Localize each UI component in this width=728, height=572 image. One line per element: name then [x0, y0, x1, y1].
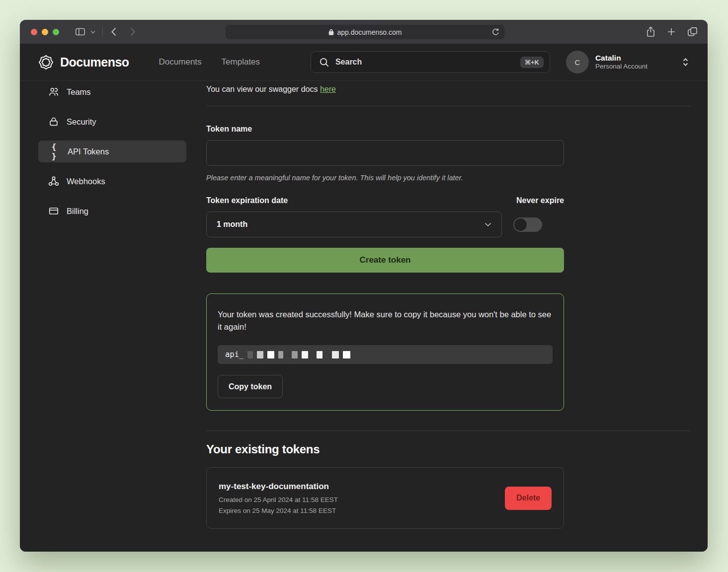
chevron-up-down-icon: [682, 58, 689, 67]
token-name-hint: Please enter a meaningful name for your …: [206, 174, 564, 182]
expiration-select[interactable]: 1 month: [206, 212, 502, 237]
credit-card-icon: [48, 206, 59, 216]
sidebar-item-security[interactable]: Security: [38, 111, 186, 133]
browser-titlebar: app.documenso.com: [20, 20, 708, 44]
braces-icon: { }: [48, 142, 60, 161]
token-name-label: Token name: [206, 125, 564, 134]
new-tab-icon[interactable]: [667, 27, 676, 36]
settings-sidebar: Teams Security { } API Tokens Webhoo: [38, 81, 186, 552]
close-window-button[interactable]: [31, 29, 37, 35]
swagger-docs-text: You can view our swagger docs here: [206, 84, 690, 95]
account-name: Catalin: [595, 53, 647, 63]
nav-documents[interactable]: Documents: [159, 57, 202, 67]
sidebar-item-label: Billing: [67, 207, 88, 216]
documenso-logo-icon: [38, 55, 54, 70]
users-icon: [48, 86, 59, 97]
toolbar-divider: [102, 28, 103, 36]
traffic-lights: [31, 29, 59, 35]
swagger-docs-link[interactable]: here: [320, 85, 336, 93]
forward-button[interactable]: [129, 26, 137, 37]
sidebar-item-billing[interactable]: Billing: [38, 200, 186, 222]
token-prefix: api_: [225, 350, 243, 359]
token-created-date: Created on 25 April 2024 at 11:58 EEST: [219, 496, 338, 503]
lock-icon: [48, 116, 59, 127]
reload-icon[interactable]: [492, 28, 499, 36]
back-button[interactable]: [110, 26, 118, 37]
app-header: Documenso Documents Templates Search ⌘+K…: [20, 44, 708, 81]
redacted-token: [247, 351, 350, 358]
share-icon[interactable]: [646, 26, 655, 37]
account-type: Personal Account: [595, 63, 647, 71]
sidebar-item-label: API Tokens: [68, 147, 109, 156]
brand-name: Documenso: [60, 55, 129, 70]
toggle-knob: [514, 218, 527, 231]
brand[interactable]: Documenso: [38, 55, 129, 70]
url-text: app.documenso.com: [337, 28, 402, 36]
expiration-selected-value: 1 month: [217, 220, 247, 229]
nav-templates[interactable]: Templates: [222, 57, 260, 67]
browser-window: app.documenso.com: [20, 20, 708, 552]
never-expire-label: Never expire: [516, 196, 564, 205]
copy-token-button[interactable]: Copy token: [218, 375, 283, 398]
token-name-input[interactable]: [206, 140, 564, 166]
token-card: my-test-key-documentation Created on 25 …: [206, 467, 564, 529]
search-input[interactable]: Search ⌘+K: [311, 51, 550, 73]
account-menu[interactable]: C Catalin Personal Account: [566, 51, 697, 73]
sidebar-item-label: Security: [67, 117, 96, 127]
webhook-icon: [48, 176, 59, 187]
delete-token-button[interactable]: Delete: [505, 487, 552, 510]
chevron-down-icon[interactable]: [90, 30, 95, 34]
top-nav: Documents Templates: [159, 57, 260, 67]
divider: [206, 430, 690, 431]
divider: [206, 106, 690, 106]
token-created-message: Your token was created successfully! Mak…: [218, 308, 553, 333]
sidebar-item-label: Webhooks: [67, 177, 105, 186]
search-icon: [319, 57, 329, 68]
search-shortcut-badge: ⌘+K: [520, 57, 544, 68]
chevron-down-icon: [485, 222, 491, 227]
token-value-field[interactable]: api_: [218, 345, 553, 364]
sidebar-item-api-tokens[interactable]: { } API Tokens: [38, 141, 186, 162]
address-bar[interactable]: app.documenso.com: [225, 24, 505, 40]
existing-tokens-heading: Your existing tokens: [206, 442, 690, 456]
api-tokens-page: You can view our swagger docs here Token…: [186, 81, 708, 552]
token-card-name: my-test-key-documentation: [219, 482, 338, 492]
lock-icon: [328, 29, 334, 35]
sidebar-item-webhooks[interactable]: Webhooks: [38, 170, 186, 192]
never-expire-toggle[interactable]: [513, 217, 542, 232]
token-created-alert: Your token was created successfully! Mak…: [206, 293, 564, 411]
sidebar-item-label: Teams: [67, 87, 91, 97]
token-expiration-label: Token expiration date: [206, 196, 288, 205]
avatar: C: [566, 51, 589, 73]
sidebar-toggle-icon[interactable]: [75, 27, 85, 36]
sidebar-item-teams[interactable]: Teams: [38, 81, 186, 103]
search-placeholder: Search: [335, 58, 514, 67]
token-expires-date: Expires on 25 May 2024 at 11:58 EEST: [219, 507, 338, 514]
minimize-window-button[interactable]: [42, 29, 48, 35]
tab-overview-icon[interactable]: [687, 27, 698, 37]
zoom-window-button[interactable]: [53, 29, 59, 35]
create-token-button[interactable]: Create token: [206, 248, 564, 273]
app-root: Documenso Documents Templates Search ⌘+K…: [20, 44, 708, 552]
